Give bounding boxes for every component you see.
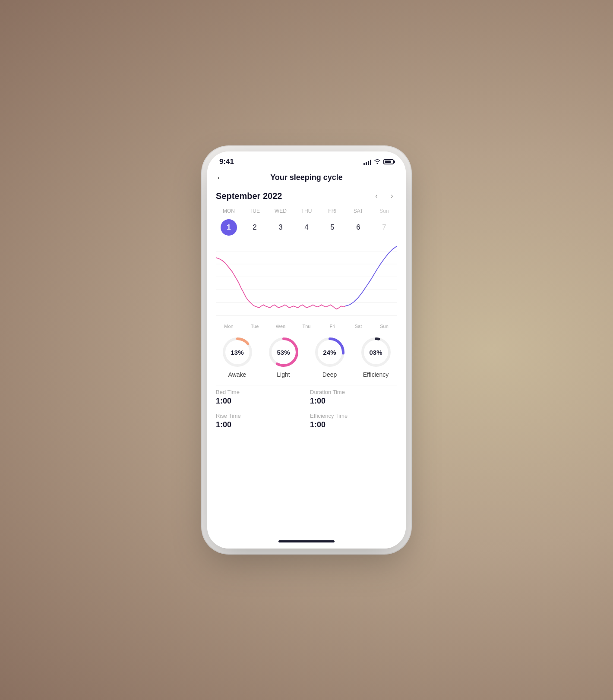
chart-label-sun: Sun xyxy=(371,324,397,329)
calendar-nav-arrows: ‹ › xyxy=(371,191,397,201)
bed-time-label: Bed Time xyxy=(216,389,303,395)
chart-label-mon: Mon xyxy=(216,324,242,329)
time-stats-grid: Bed Time 1:00 Duration Time 1:00 Rise Ti… xyxy=(216,389,397,429)
sleep-chart xyxy=(216,243,397,320)
efficiency-value: 03% xyxy=(369,349,382,356)
metric-deep: 24% Deep xyxy=(308,336,351,378)
awake-label: Awake xyxy=(228,371,246,378)
sleep-chart-svg xyxy=(216,243,397,320)
calendar-day-7[interactable]: 7 xyxy=(376,219,392,236)
home-bar xyxy=(278,540,335,542)
deep-label: Deep xyxy=(322,371,337,378)
back-button[interactable]: ← xyxy=(216,172,225,183)
divider-1 xyxy=(216,385,397,385)
home-indicator xyxy=(207,534,406,549)
chart-label-thu: Thu xyxy=(294,324,319,329)
metric-awake: 13% Awake xyxy=(216,336,259,378)
duration-time-stat: Duration Time 1:00 xyxy=(310,389,397,406)
light-label: Light xyxy=(277,371,290,378)
calendar-day-2[interactable]: 2 xyxy=(246,219,263,236)
weekly-calendar: MON TUE WED THU FRI SAT Sun 1 2 3 4 5 6 … xyxy=(216,206,397,236)
status-icons xyxy=(363,158,394,165)
day-header-thu: THU xyxy=(294,206,319,216)
awake-value: 13% xyxy=(231,349,243,356)
calendar-day-3[interactable]: 3 xyxy=(272,219,289,236)
metric-efficiency: 03% Efficiency xyxy=(354,336,397,378)
efficiency-time-value: 1:00 xyxy=(310,420,397,429)
phone-frame: 9:41 ← Your sleeping cycle xyxy=(207,151,406,549)
month-year-label: September 2022 xyxy=(216,191,282,201)
status-time: 9:41 xyxy=(219,158,234,166)
duration-time-value: 1:00 xyxy=(310,397,397,406)
sleep-metrics-grid: 13% Awake 53% Light xyxy=(216,336,397,378)
efficiency-time-label: Efficiency Time xyxy=(310,413,397,419)
metric-circle-awake: 13% xyxy=(221,336,254,369)
day-header-wed: WED xyxy=(268,206,294,216)
signal-icon xyxy=(363,159,371,165)
chart-label-sat: Sat xyxy=(345,324,371,329)
efficiency-label: Efficiency xyxy=(363,371,389,378)
day-header-tue: TUE xyxy=(242,206,268,216)
next-month-button[interactable]: › xyxy=(387,191,397,201)
bed-time-value: 1:00 xyxy=(216,397,303,406)
calendar-day-5[interactable]: 5 xyxy=(324,219,341,236)
deep-value: 24% xyxy=(323,349,336,356)
day-header-sun: Sun xyxy=(371,206,397,216)
page-content: September 2022 ‹ › MON TUE WED THU FRI S… xyxy=(207,187,406,534)
day-header-sat: SAT xyxy=(345,206,371,216)
prev-month-button[interactable]: ‹ xyxy=(371,191,382,201)
month-navigation: September 2022 ‹ › xyxy=(216,187,397,206)
rise-time-stat: Rise Time 1:00 xyxy=(216,413,303,429)
calendar-day-1[interactable]: 1 xyxy=(221,219,237,236)
metric-light: 53% Light xyxy=(262,336,305,378)
status-bar: 9:41 xyxy=(207,151,406,170)
light-value: 53% xyxy=(277,349,290,356)
chart-label-wen: Wen xyxy=(268,324,294,329)
metric-circle-efficiency: 03% xyxy=(360,336,392,369)
bed-time-stat: Bed Time 1:00 xyxy=(216,389,303,406)
chart-x-labels: Mon Tue Wen Thu Fri Sat Sun xyxy=(216,324,397,329)
metric-circle-deep: 24% xyxy=(313,336,346,369)
page-header: ← Your sleeping cycle xyxy=(207,170,406,187)
chart-label-fri: Fri xyxy=(319,324,345,329)
wifi-icon xyxy=(374,158,381,165)
metric-circle-light: 53% xyxy=(267,336,300,369)
day-header-fri: FRI xyxy=(319,206,345,216)
calendar-day-headers: MON TUE WED THU FRI SAT Sun xyxy=(216,206,397,216)
calendar-day-6[interactable]: 6 xyxy=(350,219,367,236)
calendar-days-row: 1 2 3 4 5 6 7 xyxy=(216,219,397,236)
efficiency-time-stat: Efficiency Time 1:00 xyxy=(310,413,397,429)
battery-icon xyxy=(383,159,394,164)
duration-time-label: Duration Time xyxy=(310,389,397,395)
rise-time-value: 1:00 xyxy=(216,420,303,429)
chart-label-tue: Tue xyxy=(242,324,268,329)
calendar-day-4[interactable]: 4 xyxy=(298,219,315,236)
page-title: Your sleeping cycle xyxy=(270,173,343,182)
day-header-mon: MON xyxy=(216,206,242,216)
rise-time-label: Rise Time xyxy=(216,413,303,419)
